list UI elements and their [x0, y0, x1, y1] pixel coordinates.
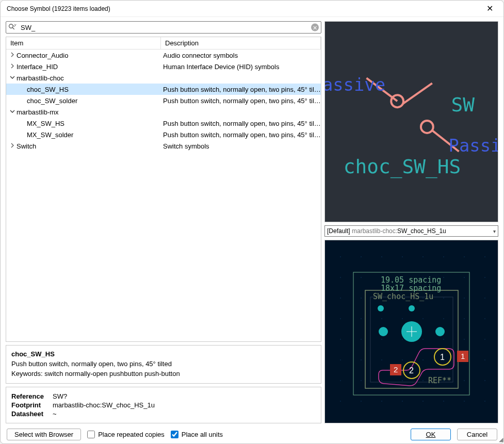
expander-closed-icon[interactable]	[8, 142, 17, 150]
symbol-row[interactable]: choc_SW_HSPush button switch, normally o…	[6, 84, 321, 95]
svg-point-79	[378, 305, 384, 311]
svg-point-72	[484, 401, 485, 402]
svg-point-33	[340, 318, 341, 319]
symbol-row[interactable]: MX_SW_HSPush button switch, normally ope…	[6, 118, 321, 129]
svg-point-49	[340, 359, 341, 360]
symbol-table: Item Description Connector_AudioAudio co…	[6, 37, 321, 342]
svg-point-56	[484, 359, 485, 360]
search-input[interactable]	[21, 24, 308, 31]
svg-rect-2	[326, 22, 497, 222]
footprint-selector-text: [Default] marbastlib-choc:SW_choc_HS_1u	[327, 227, 446, 235]
place-repeated-input[interactable]	[87, 431, 95, 438]
svg-point-32	[484, 298, 485, 299]
clear-search-icon[interactable]: ✕	[311, 24, 319, 31]
right-column: assive Passiv SW choc_SW_HS [Default] ma…	[324, 21, 498, 423]
cell-description: Switch symbols	[161, 142, 321, 150]
library-row[interactable]: Connector_AudioAudio connector symbols	[6, 50, 321, 61]
fp-pad-1-num: 1	[440, 353, 445, 361]
cell-description: Push button switch, normally open, two p…	[161, 120, 321, 127]
table-header: Item Description	[6, 37, 321, 50]
fp-ref-star: REF**	[428, 376, 451, 385]
symbol-passive-label-1: assive	[325, 75, 385, 95]
expander-open-icon[interactable]	[8, 108, 17, 116]
svg-point-53	[422, 359, 424, 360]
dialog-body: ✕ Item Description Connector_AudioAudio …	[1, 17, 503, 443]
cell-item: Switch	[6, 142, 161, 150]
svg-point-71	[464, 401, 465, 402]
svg-point-23	[464, 277, 465, 278]
svg-point-68	[402, 401, 403, 402]
library-row[interactable]: marbastlib-choc	[6, 72, 321, 84]
window-title: Choose Symbol (19223 items loaded)	[7, 5, 110, 12]
cell-description: Push button switch, normally open, two p…	[161, 97, 321, 105]
footprint-selector[interactable]: [Default] marbastlib-choc:SW_choc_HS_1u …	[324, 225, 498, 237]
svg-point-80	[409, 305, 415, 311]
place-all-units-input[interactable]	[171, 431, 178, 438]
footprint-preview[interactable]: 19.05 spacing 18x17 spacing SW_choc_HS_1…	[324, 240, 498, 423]
svg-point-9	[340, 256, 341, 257]
detail-footprint-label: Footprint	[11, 401, 53, 409]
row-name: Connector_Audio	[17, 52, 68, 59]
ok-button[interactable]: OK	[411, 429, 451, 440]
cancel-button[interactable]: Cancel	[457, 429, 497, 440]
detail-reference-label: Reference	[11, 392, 53, 400]
left-column: ✕ Item Description Connector_AudioAudio …	[6, 21, 321, 423]
detail-datasheet-label: Datasheet	[11, 410, 53, 418]
svg-point-58	[361, 380, 362, 381]
row-name: MX_SW_solder	[27, 131, 73, 139]
cell-item: MX_SW_HS	[6, 120, 161, 127]
symbol-preview[interactable]: assive Passiv SW choc_SW_HS	[324, 21, 498, 222]
dialog: Choose Symbol (19223 items loaded) ✕ ✕	[0, 0, 504, 444]
expander-closed-icon[interactable]	[8, 52, 17, 59]
expander-open-icon[interactable]	[8, 74, 17, 81]
symbol-detail-summary: choc_SW_HS Push button switch, normally …	[6, 345, 321, 384]
svg-point-22	[443, 277, 444, 278]
place-all-units-checkbox[interactable]: Place all units	[171, 431, 223, 438]
svg-point-51	[381, 359, 382, 360]
select-with-browser-button[interactable]: Select with Browser	[7, 429, 81, 440]
svg-point-37	[422, 318, 424, 319]
svg-point-59	[381, 380, 382, 381]
chevron-down-icon: ▾	[493, 228, 496, 234]
row-name: marbastlib-choc	[17, 74, 64, 82]
cell-item: choc_SW_solder	[6, 97, 161, 105]
library-row[interactable]: Interface_HIDHuman Interface Device (HID…	[6, 61, 321, 72]
search-field-wrap: ✕	[6, 21, 321, 34]
close-button[interactable]: ✕	[482, 3, 497, 14]
svg-point-69	[422, 401, 424, 402]
svg-point-35	[381, 318, 382, 319]
cell-item: marbastlib-mx	[6, 108, 161, 116]
svg-point-34	[361, 318, 362, 319]
svg-point-44	[402, 339, 403, 340]
library-row[interactable]: marbastlib-mx	[6, 106, 321, 118]
column-header-description[interactable]: Description	[161, 37, 321, 49]
svg-point-24	[484, 277, 485, 278]
symbol-detail-fields: Reference SW? Footprint marbastlib-choc:…	[6, 387, 321, 423]
svg-point-77	[379, 327, 388, 336]
search-icon	[8, 23, 18, 32]
svg-point-17	[340, 277, 341, 278]
symbol-passive-label-2: Passiv	[449, 136, 498, 156]
symbol-row[interactable]: MX_SW_solderPush button switch, normally…	[6, 129, 321, 140]
fp-pad-2-num: 2	[409, 366, 414, 375]
fp-padlabel-2: 2	[394, 365, 398, 374]
svg-point-30	[443, 298, 444, 299]
library-row[interactable]: SwitchSwitch symbols	[6, 140, 321, 152]
svg-point-38	[443, 318, 444, 319]
cell-item: Connector_Audio	[6, 52, 161, 59]
svg-line-1	[12, 27, 14, 29]
symbol-row[interactable]: choc_SW_solderPush button switch, normal…	[6, 95, 321, 106]
column-header-item[interactable]: Item	[6, 37, 161, 49]
cell-description: Audio connector symbols	[161, 52, 321, 59]
svg-point-57	[340, 380, 341, 381]
svg-point-50	[361, 359, 362, 360]
detail-name: choc_SW_HS	[11, 350, 316, 359]
expander-closed-icon[interactable]	[8, 63, 17, 70]
row-name: Interface_HID	[17, 63, 58, 71]
svg-point-67	[381, 401, 382, 402]
svg-point-15	[464, 256, 465, 257]
place-repeated-checkbox[interactable]: Place repeated copies	[87, 431, 165, 438]
fp-ref: SW_choc_HS_1u	[373, 292, 433, 301]
cell-item: marbastlib-choc	[6, 74, 161, 82]
svg-point-66	[361, 401, 362, 402]
